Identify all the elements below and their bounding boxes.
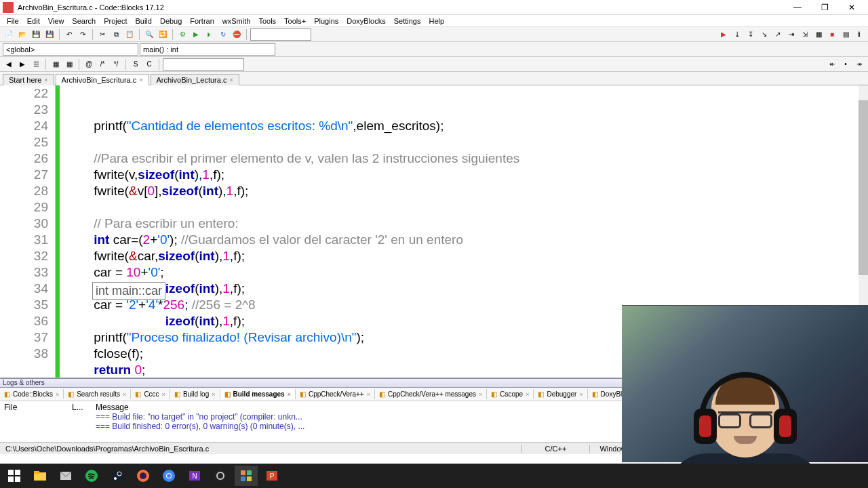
log-tab[interactable]: ◧ Debugger × <box>534 389 587 399</box>
menu-build[interactable]: Build <box>131 16 155 26</box>
find-icon[interactable]: 🔍 <box>143 28 155 41</box>
log-tab[interactable]: ◧ Build messages × <box>220 389 296 399</box>
save-all-icon[interactable]: 💾 <box>43 28 56 41</box>
stop-debug-icon[interactable]: ■ <box>826 28 838 41</box>
firefox-icon[interactable] <box>132 466 155 486</box>
replace-icon[interactable]: 🔁 <box>157 28 169 41</box>
build-icon[interactable]: ⚙ <box>176 28 189 41</box>
rebuild-icon[interactable]: ↻ <box>217 28 229 41</box>
doxy3-icon[interactable]: */ <box>110 58 122 70</box>
code-line[interactable]: printf("Cantidad de elementos escritos: … <box>65 118 868 134</box>
bookmarks-icon[interactable]: ▦ <box>63 58 75 70</box>
document-tab[interactable]: Start here× <box>3 74 54 85</box>
save-icon[interactable]: 💾 <box>30 28 42 41</box>
start-button[interactable] <box>3 466 26 486</box>
windows-taskbar[interactable]: N P <box>0 464 868 488</box>
jump-fwd-icon[interactable]: ↠ <box>853 58 865 70</box>
log-tab[interactable]: ◧ Build log × <box>170 389 220 399</box>
paste-icon[interactable]: 📋 <box>123 28 136 41</box>
step-out-icon[interactable]: ↗ <box>772 28 784 41</box>
code-line[interactable]: fwrite(&car,sizeof(int),1,f); <box>65 281 868 297</box>
cut-icon[interactable]: ✂ <box>96 28 108 41</box>
build-run-icon[interactable]: ⏵ <box>203 28 216 41</box>
function-combo[interactable]: main() : int <box>140 43 275 56</box>
close-tab-icon[interactable]: × <box>229 77 233 83</box>
onenote-icon[interactable]: N <box>183 466 206 486</box>
code-line[interactable]: fwrite(&v[0],sizeof(int),1,f); <box>65 183 868 199</box>
doxy-icon[interactable]: @ <box>83 58 95 70</box>
menu-wxsmith[interactable]: wxSmith <box>218 16 255 26</box>
undo-icon[interactable]: ↶ <box>63 28 75 41</box>
break-icon[interactable]: ▦ <box>812 28 825 41</box>
redo-icon[interactable]: ↷ <box>77 28 89 41</box>
info-icon[interactable]: ℹ <box>853 28 865 41</box>
doxy2-icon[interactable]: /* <box>96 58 108 70</box>
code-line[interactable]: car = 10+'0'; <box>65 264 868 281</box>
run-icon[interactable]: ▶ <box>190 28 202 41</box>
steam-icon[interactable] <box>106 466 129 486</box>
spotify-icon[interactable] <box>80 466 103 486</box>
powerpoint-icon[interactable]: P <box>260 466 283 486</box>
scope-combo[interactable]: <global> <box>3 43 138 56</box>
menu-project[interactable]: Project <box>100 16 131 26</box>
menu-doxyblocks[interactable]: DoxyBlocks <box>342 16 389 26</box>
code-line[interactable]: int car=(2+'0'); //Guardamos el valor de… <box>65 232 868 248</box>
copy-icon[interactable]: ⧉ <box>110 28 122 41</box>
step-into-icon[interactable]: ↘ <box>758 28 770 41</box>
code-line[interactable]: //Para escribir el primer elemento de v,… <box>65 150 868 167</box>
back-icon[interactable]: ◀ <box>3 58 15 70</box>
log-tab[interactable]: ◧ CppCheck/Vera++ × <box>296 389 375 399</box>
file-explorer-icon[interactable] <box>28 466 52 486</box>
chrome-icon[interactable] <box>157 466 180 486</box>
document-tab[interactable]: ArchivoBin_Escritura.c× <box>56 74 149 85</box>
step-into-instr-icon[interactable]: ⇲ <box>799 28 811 41</box>
obs-icon[interactable] <box>209 466 232 486</box>
maximize-button[interactable]: ❐ <box>811 1 838 14</box>
menu-help[interactable]: Help <box>425 16 448 26</box>
menu-debug[interactable]: Debug <box>156 16 186 26</box>
menu-tools[interactable]: Tools <box>254 16 280 26</box>
log-tab[interactable]: ◧ Search results × <box>64 389 131 399</box>
menu-fortran[interactable]: Fortran <box>186 16 218 26</box>
code-line[interactable]: // Para escribir un entero: <box>65 216 868 232</box>
code-line[interactable]: fwrite(&car,sizeof(int),1,f); <box>65 248 868 264</box>
forward-icon[interactable]: ▶ <box>16 58 28 70</box>
toggle-comment-icon[interactable]: ▦ <box>50 58 62 70</box>
close-button[interactable]: ✕ <box>838 1 865 14</box>
log-tab[interactable]: ◧ CppCheck/Vera++ messages × <box>375 389 487 399</box>
abort-icon[interactable]: ⛔ <box>231 28 243 41</box>
close-tab-icon[interactable]: × <box>44 77 47 83</box>
next-instr-icon[interactable]: ⇥ <box>785 28 797 41</box>
next-line-icon[interactable]: ↧ <box>745 28 757 41</box>
menu-plugins[interactable]: Plugins <box>310 16 342 26</box>
menu-settings[interactable]: Settings <box>390 16 425 26</box>
build-target-combo[interactable] <box>250 28 311 41</box>
code-line[interactable] <box>65 199 868 216</box>
menu-view[interactable]: View <box>44 16 68 26</box>
jump-mark-icon[interactable]: • <box>840 58 852 70</box>
open-file-icon[interactable]: 📂 <box>16 28 28 41</box>
menu-search[interactable]: Search <box>68 16 100 26</box>
log-tab[interactable]: ◧ Cccc × <box>131 389 170 399</box>
jump-back-icon[interactable]: ↞ <box>826 58 838 70</box>
select-icon[interactable]: ☰ <box>30 58 42 70</box>
new-file-icon[interactable]: 📄 <box>3 28 15 41</box>
document-tab[interactable]: ArchivoBin_Lectura.c× <box>151 74 239 85</box>
menu-tools[interactable]: Tools+ <box>280 16 310 26</box>
debug-run-icon[interactable]: ▶ <box>717 28 730 41</box>
code-line[interactable] <box>65 134 868 150</box>
run-to-cursor-icon[interactable]: ⤓ <box>731 28 743 41</box>
log-tab[interactable]: ◧ Code::Blocks × <box>0 389 64 399</box>
letter-c-icon[interactable]: C <box>143 58 155 70</box>
mail-icon[interactable] <box>54 466 77 486</box>
search-combo[interactable] <box>163 58 244 70</box>
close-tab-icon[interactable]: × <box>139 77 142 83</box>
codeblocks-taskbar-icon[interactable] <box>235 466 258 486</box>
log-tab[interactable]: ◧ Cscope × <box>487 389 534 399</box>
debug-windows-icon[interactable]: ▤ <box>840 28 852 41</box>
letter-s-icon[interactable]: S <box>130 58 142 70</box>
menu-file[interactable]: File <box>3 16 23 26</box>
menu-edit[interactable]: Edit <box>23 16 44 26</box>
code-line[interactable]: fwrite(v,sizeof(int),1,f); <box>65 167 868 183</box>
minimize-button[interactable]: — <box>784 1 811 14</box>
